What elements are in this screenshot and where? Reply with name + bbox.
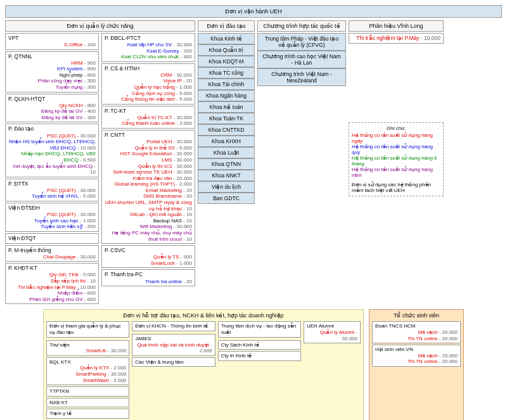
- unit-box: P. KHĐT-KTQly GĐ, TKB - 5.000Sắp xếp lịc…: [5, 263, 99, 304]
- sub-unit: Cty In Kinh tế: [218, 351, 301, 361]
- sub-unit: Cty Sách Kinh tế: [218, 340, 301, 350]
- unit-box: P. ĐBCL-PTCTKsát lớp HP cho SV - 30.000K…: [101, 33, 195, 62]
- training-unit: Khoa TC công: [198, 67, 255, 79]
- unit-box: P. CSVCQuản lý TS - 500SmartLock - 1.000: [101, 245, 195, 268]
- sec1-title: Đơn vị quản lý chức năng: [5, 20, 195, 32]
- intl-program: Chương trình cao học Việt Nam - Hà Lan: [257, 51, 346, 68]
- b-col4: UEH Alumni Quản lý Alumni - 30.000: [304, 321, 361, 343]
- sub-unit: TTPTKN: [46, 386, 129, 397]
- intl-program: Chương trình Việt Nam - NewZealand: [257, 68, 346, 86]
- header: Đơn vị vận hành UEH: [5, 5, 502, 18]
- unit-box: P. CNTTPortal UEH - 30.000Quản lý in thẻ…: [101, 130, 195, 244]
- unit-box: P. QLKH-HTQTQly NCKH - 800Đăng ký đề tài…: [5, 94, 99, 123]
- training-unit: Khoa Kế toán: [198, 101, 255, 113]
- legend: Ghi chú: Hệ thống có tần suất sử dụng hà…: [349, 122, 444, 196]
- training-unit: Khoa Tài chính: [198, 79, 255, 90]
- training-unit: Khoa CNTTKD: [198, 124, 255, 136]
- sec4-title: Phân hiệu Vĩnh Long: [349, 20, 444, 32]
- sec3-title: Chương trình hợp tác quốc tế: [257, 20, 346, 32]
- training-unit: Khoa Ngân hàng: [198, 90, 255, 101]
- unit-box: P. CS & HTNHCRM - 30.000Voice IP - 20Quả…: [101, 63, 195, 105]
- training-unit: Khoa Luật: [198, 147, 255, 158]
- unit-box: P. QTNNLHRM - 900KPI system - 800Nghỉ ph…: [5, 51, 99, 92]
- sub-unit: BQL KTXQuản lý KTX - 2.000SmartParking -…: [46, 357, 129, 385]
- bottom-right-title: Tổ chức sinh viên: [372, 312, 461, 319]
- b-col2-title: Đơn vị KHCN - Thông tin kinh tế: [132, 321, 215, 331]
- sub-unit: JABESQuá trình nộp bài và bình duyệt - 2…: [132, 334, 215, 356]
- bottom-left-title: Đơn vị hỗ trợ đào tạo, NCKH & liên kết, …: [46, 312, 361, 319]
- sub-unit: NXB KT: [46, 398, 129, 408]
- unit-box: Viện ĐTQT: [5, 233, 99, 244]
- sub-unit: Các Viện & trung tâm: [132, 357, 215, 367]
- unit-box: P. TC-KTQuản trị TC-KT - 30.000Cổng than…: [101, 106, 195, 129]
- sub-unit: Hội sinh viên VNMã vạch - 20.000Thi TN o…: [372, 345, 461, 367]
- sub-unit: Thư việnSmartLib - 30.000: [46, 340, 129, 356]
- unit-box: P. M-truyền thôngChat Doopage - 30.000: [5, 245, 99, 262]
- sec2-title: Đơn vị đào tạo: [198, 20, 255, 32]
- training-unit: Viện du lịch: [198, 181, 255, 193]
- training-unit: Khoa KDQT-M: [198, 56, 255, 67]
- unit-box: Viện ĐTSĐHPSC (QLĐT) - 30.000Tuyển sinh …: [5, 203, 99, 232]
- training-unit: Khoa KHXH: [198, 136, 255, 147]
- unit-box: VPTE-Office - 100: [5, 33, 99, 50]
- intl-program: Trung tâm Pháp - Việt đào tạo về quản lý…: [257, 33, 346, 51]
- training-unit: Khoa NNKT: [198, 170, 255, 181]
- unit-box: P. Đào tạoPSC (QLĐT) - 30.000Nhận HS tuy…: [5, 124, 99, 177]
- sec4-box: Thi trắc nghiệm tại P.Máy - 10.000: [349, 33, 444, 44]
- training-unit: Khoa Toán-TK: [198, 113, 255, 124]
- sub-unit: Trạm y tế: [46, 409, 129, 419]
- sub-unit: Đoàn TNCS HCMMã vạch - 20.000Thi TN onli…: [372, 321, 461, 343]
- training-unit: Ban GDTC: [198, 193, 255, 204]
- b-col3-title: Trung tâm dịch vụ - lao động sản xuất: [218, 321, 301, 337]
- b-col1-title: Đơn vị tham gia quản lý & phục vụ đào tạ…: [46, 321, 129, 337]
- training-unit: Khoa QTNN: [198, 158, 255, 170]
- training-unit: Khoa Quản trị: [198, 44, 255, 56]
- unit-box: P. ĐTTXPSC (QLĐT) - 30.000Tuyển sinh hệ …: [5, 179, 99, 201]
- unit-box: P. Thanh tra-PCThanh tra online - 20: [101, 269, 195, 286]
- training-unit: Khoa Kinh tế: [198, 33, 255, 44]
